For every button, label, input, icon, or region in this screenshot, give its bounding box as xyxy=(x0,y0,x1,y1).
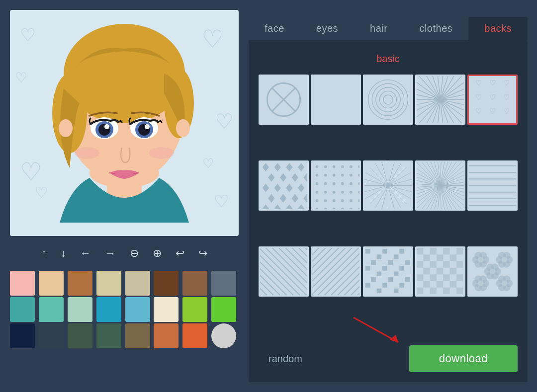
svg-point-95 xyxy=(341,165,344,168)
color-swatch[interactable] xyxy=(182,323,207,348)
svg-rect-260 xyxy=(388,260,393,265)
svg-point-100 xyxy=(333,174,336,177)
color-swatch[interactable] xyxy=(154,271,179,296)
redo-button[interactable]: ↪ xyxy=(196,246,209,261)
pattern-cell-lines-h[interactable] xyxy=(467,160,518,211)
color-swatch[interactable] xyxy=(68,271,92,296)
svg-point-112 xyxy=(333,191,336,194)
left-panel: ♡ ♡ ♡ ♡ ♡ ♡ ♡ ♡ xyxy=(10,10,239,382)
move-down-button[interactable]: ↓ xyxy=(59,246,68,261)
svg-rect-22 xyxy=(312,76,359,123)
color-swatch[interactable] xyxy=(68,323,92,348)
svg-rect-282 xyxy=(450,254,456,261)
color-swatch[interactable] xyxy=(96,297,121,322)
pattern-cell-hearts[interactable]: ♡♡♡♡♡♡♡♡♡ xyxy=(467,75,518,125)
color-swatch[interactable] xyxy=(154,297,179,322)
svg-point-110 xyxy=(316,191,319,194)
color-swatch[interactable] xyxy=(10,297,35,322)
color-swatch[interactable] xyxy=(182,297,207,322)
svg-rect-230 xyxy=(312,248,359,295)
zoom-in-button[interactable]: ⊕ xyxy=(151,246,164,261)
pattern-cell-rays1[interactable] xyxy=(415,75,465,125)
color-swatch[interactable] xyxy=(211,323,236,348)
color-swatch[interactable] xyxy=(125,271,150,296)
svg-rect-254 xyxy=(365,249,370,254)
svg-rect-262 xyxy=(365,266,370,271)
svg-rect-288 xyxy=(437,268,443,274)
svg-rect-287 xyxy=(423,268,430,274)
svg-point-13 xyxy=(145,124,150,129)
avatar-container: ♡ ♡ ♡ ♡ ♡ ♡ ♡ ♡ xyxy=(10,10,239,236)
svg-point-9 xyxy=(104,124,109,129)
move-up-button[interactable]: ↑ xyxy=(39,246,49,261)
tab-eyes[interactable]: eyes xyxy=(300,17,354,40)
color-swatch[interactable] xyxy=(154,323,179,348)
svg-rect-289 xyxy=(450,268,456,274)
avatar-svg xyxy=(30,14,219,233)
pattern-cell-dots[interactable] xyxy=(311,160,361,211)
pattern-cell-diamonds[interactable] xyxy=(259,160,309,211)
color-swatch[interactable] xyxy=(211,271,236,296)
svg-point-104 xyxy=(316,182,319,185)
download-button[interactable]: download xyxy=(409,345,518,372)
svg-rect-253 xyxy=(364,248,412,295)
svg-rect-271 xyxy=(382,283,387,288)
color-swatch[interactable] xyxy=(96,323,121,348)
svg-rect-291 xyxy=(430,274,437,281)
undo-button[interactable]: ↩ xyxy=(174,246,186,261)
color-swatch[interactable] xyxy=(10,271,35,296)
svg-rect-279 xyxy=(456,248,463,254)
svg-rect-280 xyxy=(423,254,430,261)
svg-text:♡: ♡ xyxy=(489,93,496,101)
pattern-cell-diag1[interactable] xyxy=(259,246,309,297)
right-panel: faceeyeshairclothesbacks basic ♡♡♡♡♡♡♡♡♡… xyxy=(249,10,528,382)
color-swatch[interactable] xyxy=(39,271,64,296)
pattern-cell-checker2[interactable] xyxy=(415,246,465,297)
zoom-out-button[interactable]: ⊖ xyxy=(128,246,141,261)
svg-point-118 xyxy=(333,199,336,202)
tab-hair[interactable]: hair xyxy=(354,17,403,40)
svg-rect-298 xyxy=(430,288,437,294)
move-left-button[interactable]: ← xyxy=(78,246,93,261)
color-swatch[interactable] xyxy=(125,323,150,348)
color-swatch[interactable] xyxy=(211,297,236,322)
color-swatch[interactable] xyxy=(96,271,121,296)
pattern-cell-diag2[interactable] xyxy=(311,246,361,297)
pattern-cell-pixels[interactable] xyxy=(363,246,413,297)
svg-rect-91 xyxy=(312,162,359,209)
svg-point-111 xyxy=(324,191,327,194)
svg-text:♡: ♡ xyxy=(475,78,482,87)
svg-rect-267 xyxy=(371,277,376,282)
pattern-cell-starburst[interactable] xyxy=(363,160,413,211)
color-swatch[interactable] xyxy=(125,297,150,322)
svg-point-16 xyxy=(59,119,73,137)
pattern-cell-rays2[interactable] xyxy=(415,160,465,211)
svg-point-101 xyxy=(341,174,344,177)
pattern-cell-blank[interactable] xyxy=(311,75,361,125)
svg-point-108 xyxy=(350,182,353,185)
svg-rect-294 xyxy=(423,281,430,288)
pattern-cell-none[interactable] xyxy=(259,75,309,125)
color-swatch[interactable] xyxy=(182,271,207,296)
svg-rect-296 xyxy=(450,281,456,288)
tab-backs[interactable]: backs xyxy=(468,17,528,40)
svg-point-116 xyxy=(316,199,319,202)
svg-point-329 xyxy=(478,281,483,286)
color-swatch[interactable] xyxy=(39,297,64,322)
color-swatch[interactable] xyxy=(68,297,92,322)
svg-rect-272 xyxy=(399,283,404,288)
svg-point-14 xyxy=(75,147,99,159)
svg-point-99 xyxy=(324,174,327,177)
pattern-cell-circles[interactable] xyxy=(363,75,413,125)
svg-rect-293 xyxy=(456,274,463,281)
svg-point-315 xyxy=(502,257,507,262)
tab-face[interactable]: face xyxy=(249,17,300,40)
color-swatch[interactable] xyxy=(39,323,64,348)
tab-clothes[interactable]: clothes xyxy=(403,17,468,40)
move-right-button[interactable]: → xyxy=(103,246,118,261)
random-button[interactable]: random xyxy=(259,348,312,370)
svg-point-105 xyxy=(324,182,327,185)
pattern-cell-floral[interactable] xyxy=(467,246,518,297)
svg-rect-264 xyxy=(399,266,404,271)
color-swatch[interactable] xyxy=(10,323,35,348)
